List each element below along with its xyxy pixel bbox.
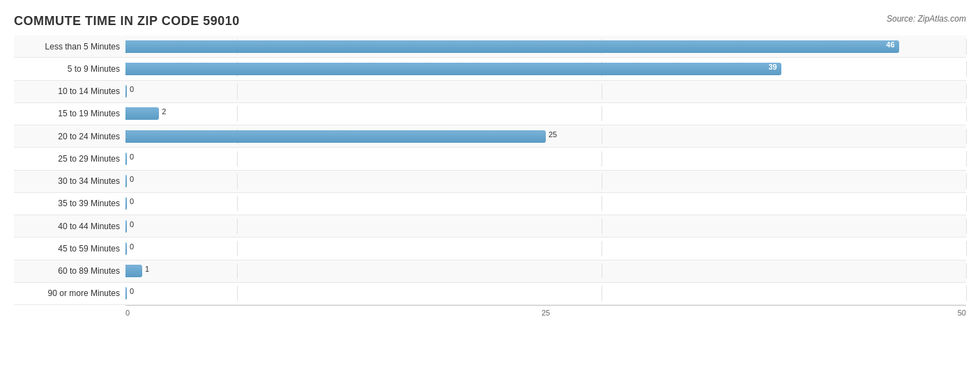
bar-value: 0: [130, 197, 134, 205]
bar-label: 20 to 24 Minutes: [14, 132, 125, 141]
bar-wrapper: 0: [125, 286, 966, 301]
x-tick: 0: [125, 309, 130, 317]
bar-value: 25: [549, 130, 557, 139]
bar-wrapper: 0: [125, 151, 966, 166]
bar-label: 25 to 29 Minutes: [14, 154, 125, 164]
bar: 0: [125, 242, 127, 255]
bar-value-inside: 46: [886, 40, 894, 49]
bar-value: 0: [130, 175, 134, 183]
bar-wrapper: 0: [125, 84, 966, 99]
bars-section: Less than 5 Minutes465 to 9 Minutes3910 …: [14, 36, 966, 305]
bar-wrapper: 0: [125, 173, 966, 189]
bar-label: 10 to 14 Minutes: [14, 86, 125, 96]
table-row: 90 or more Minutes0: [14, 283, 966, 305]
table-row: 15 to 19 Minutes2: [14, 103, 966, 125]
bar: 2: [125, 107, 159, 120]
chart-source: Source: ZipAtlas.com: [887, 14, 966, 24]
bar: 0: [125, 220, 127, 233]
table-row: 35 to 39 Minutes0: [14, 193, 966, 215]
bar-label: 60 to 89 Minutes: [14, 266, 125, 276]
bar-label: 90 or more Minutes: [14, 288, 125, 298]
chart-title: COMMUTE TIME IN ZIP CODE 59010: [14, 14, 966, 29]
bar: 0: [125, 175, 127, 187]
bar-value: 0: [130, 85, 134, 93]
bar: 46: [125, 40, 899, 53]
bar-wrapper: 0: [125, 196, 966, 211]
table-row: Less than 5 Minutes46: [14, 36, 966, 58]
bar-label: Less than 5 Minutes: [14, 42, 125, 52]
table-row: 25 to 29 Minutes0: [14, 148, 966, 170]
bar-wrapper: 1: [125, 263, 966, 279]
bar-value: 0: [130, 220, 134, 228]
table-row: 30 to 34 Minutes0: [14, 171, 966, 193]
table-row: 40 to 44 Minutes0: [14, 215, 966, 238]
table-row: 5 to 9 Minutes39: [14, 58, 966, 80]
x-tick: 50: [958, 309, 966, 317]
bar-label: 35 to 39 Minutes: [14, 199, 125, 208]
bar-wrapper: 0: [125, 219, 966, 234]
bar-wrapper: 46: [125, 39, 966, 54]
table-row: 60 to 89 Minutes1: [14, 261, 966, 283]
table-row: 45 to 59 Minutes0: [14, 238, 966, 260]
bar-wrapper: 2: [125, 106, 966, 121]
bar-label: 40 to 44 Minutes: [14, 222, 125, 231]
bar-value: 1: [145, 265, 149, 273]
bar: 0: [125, 197, 127, 210]
x-tick: 25: [542, 309, 550, 317]
bar-label: 5 to 9 Minutes: [14, 64, 125, 74]
bar-value-inside: 39: [768, 63, 776, 71]
x-axis: 02550: [125, 305, 966, 317]
bar-label: 30 to 34 Minutes: [14, 176, 125, 186]
bar-value: 0: [130, 242, 134, 251]
chart-container: COMMUTE TIME IN ZIP CODE 59010 Source: Z…: [0, 0, 980, 365]
bar-wrapper: 25: [125, 129, 966, 144]
bar: 1: [125, 265, 142, 277]
table-row: 20 to 24 Minutes25: [14, 125, 966, 148]
table-row: 10 to 14 Minutes0: [14, 81, 966, 103]
bar-value: 0: [130, 153, 134, 161]
bar: 25: [125, 130, 546, 143]
bar-wrapper: 39: [125, 61, 966, 77]
chart-area: Less than 5 Minutes465 to 9 Minutes3910 …: [14, 36, 966, 317]
bar-label: 45 to 59 Minutes: [14, 244, 125, 254]
bar: 0: [125, 153, 127, 165]
bar-wrapper: 0: [125, 241, 966, 256]
bar-value: 0: [130, 287, 134, 295]
bar: 0: [125, 287, 127, 300]
bar: 0: [125, 85, 127, 98]
bar-value: 2: [162, 107, 166, 116]
bar-label: 15 to 19 Minutes: [14, 109, 125, 118]
bar: 39: [125, 63, 781, 75]
